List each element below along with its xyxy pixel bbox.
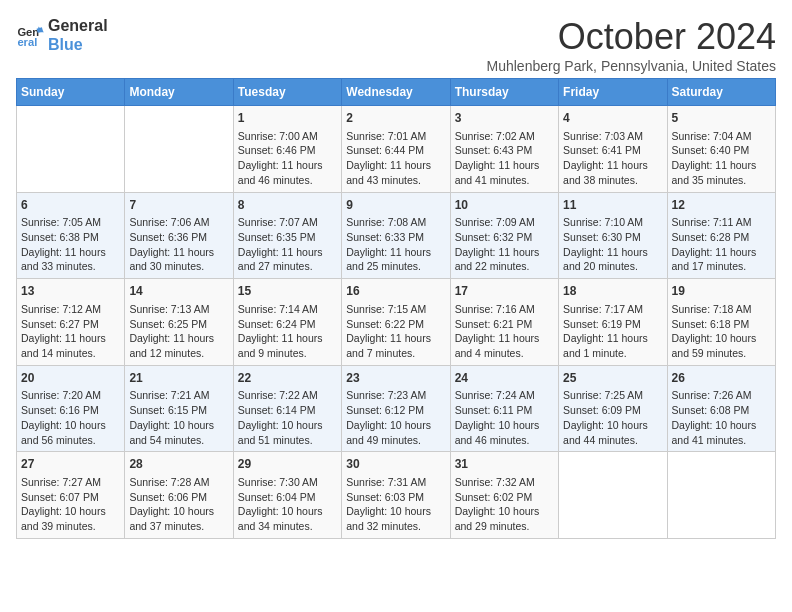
day-number: 9 <box>346 197 445 214</box>
day-number: 25 <box>563 370 662 387</box>
daylight-text: Daylight: 11 hours and 33 minutes. <box>21 245 120 274</box>
location-subtitle: Muhlenberg Park, Pennsylvania, United St… <box>487 58 777 74</box>
daylight-text: Daylight: 11 hours and 9 minutes. <box>238 331 337 360</box>
sunset-text: Sunset: 6:15 PM <box>129 403 228 418</box>
sunset-text: Sunset: 6:21 PM <box>455 317 554 332</box>
day-cell: 22Sunrise: 7:22 AMSunset: 6:14 PMDayligh… <box>233 365 341 452</box>
sunset-text: Sunset: 6:46 PM <box>238 143 337 158</box>
day-cell: 10Sunrise: 7:09 AMSunset: 6:32 PMDayligh… <box>450 192 558 279</box>
day-cell: 18Sunrise: 7:17 AMSunset: 6:19 PMDayligh… <box>559 279 667 366</box>
sunrise-text: Sunrise: 7:21 AM <box>129 388 228 403</box>
week-row-2: 6Sunrise: 7:05 AMSunset: 6:38 PMDaylight… <box>17 192 776 279</box>
sunset-text: Sunset: 6:24 PM <box>238 317 337 332</box>
sunset-text: Sunset: 6:02 PM <box>455 490 554 505</box>
sunset-text: Sunset: 6:04 PM <box>238 490 337 505</box>
daylight-text: Daylight: 11 hours and 22 minutes. <box>455 245 554 274</box>
sunrise-text: Sunrise: 7:31 AM <box>346 475 445 490</box>
sunset-text: Sunset: 6:08 PM <box>672 403 771 418</box>
sunrise-text: Sunrise: 7:03 AM <box>563 129 662 144</box>
sunrise-text: Sunrise: 7:11 AM <box>672 215 771 230</box>
col-header-thursday: Thursday <box>450 79 558 106</box>
daylight-text: Daylight: 10 hours and 29 minutes. <box>455 504 554 533</box>
day-number: 21 <box>129 370 228 387</box>
day-cell: 30Sunrise: 7:31 AMSunset: 6:03 PMDayligh… <box>342 452 450 539</box>
sunrise-text: Sunrise: 7:16 AM <box>455 302 554 317</box>
daylight-text: Daylight: 10 hours and 46 minutes. <box>455 418 554 447</box>
sunrise-text: Sunrise: 7:15 AM <box>346 302 445 317</box>
day-number: 31 <box>455 456 554 473</box>
sunrise-text: Sunrise: 7:23 AM <box>346 388 445 403</box>
sunset-text: Sunset: 6:07 PM <box>21 490 120 505</box>
day-cell: 28Sunrise: 7:28 AMSunset: 6:06 PMDayligh… <box>125 452 233 539</box>
sunrise-text: Sunrise: 7:06 AM <box>129 215 228 230</box>
sunrise-text: Sunrise: 7:01 AM <box>346 129 445 144</box>
daylight-text: Daylight: 11 hours and 7 minutes. <box>346 331 445 360</box>
day-cell: 19Sunrise: 7:18 AMSunset: 6:18 PMDayligh… <box>667 279 775 366</box>
sunset-text: Sunset: 6:06 PM <box>129 490 228 505</box>
day-cell: 8Sunrise: 7:07 AMSunset: 6:35 PMDaylight… <box>233 192 341 279</box>
sunrise-text: Sunrise: 7:32 AM <box>455 475 554 490</box>
sunset-text: Sunset: 6:44 PM <box>346 143 445 158</box>
day-cell: 2Sunrise: 7:01 AMSunset: 6:44 PMDaylight… <box>342 106 450 193</box>
svg-text:eral: eral <box>17 36 37 48</box>
day-cell: 11Sunrise: 7:10 AMSunset: 6:30 PMDayligh… <box>559 192 667 279</box>
daylight-text: Daylight: 11 hours and 30 minutes. <box>129 245 228 274</box>
daylight-text: Daylight: 10 hours and 49 minutes. <box>346 418 445 447</box>
page-header: Gen eral General Blue October 2024 Muhle… <box>16 16 776 74</box>
daylight-text: Daylight: 10 hours and 34 minutes. <box>238 504 337 533</box>
sunrise-text: Sunrise: 7:13 AM <box>129 302 228 317</box>
day-number: 10 <box>455 197 554 214</box>
day-number: 1 <box>238 110 337 127</box>
sunrise-text: Sunrise: 7:27 AM <box>21 475 120 490</box>
sunset-text: Sunset: 6:28 PM <box>672 230 771 245</box>
day-number: 19 <box>672 283 771 300</box>
day-cell: 27Sunrise: 7:27 AMSunset: 6:07 PMDayligh… <box>17 452 125 539</box>
sunrise-text: Sunrise: 7:04 AM <box>672 129 771 144</box>
sunset-text: Sunset: 6:22 PM <box>346 317 445 332</box>
sunset-text: Sunset: 6:30 PM <box>563 230 662 245</box>
col-header-monday: Monday <box>125 79 233 106</box>
day-number: 29 <box>238 456 337 473</box>
sunrise-text: Sunrise: 7:17 AM <box>563 302 662 317</box>
day-number: 14 <box>129 283 228 300</box>
sunrise-text: Sunrise: 7:02 AM <box>455 129 554 144</box>
daylight-text: Daylight: 11 hours and 38 minutes. <box>563 158 662 187</box>
daylight-text: Daylight: 10 hours and 37 minutes. <box>129 504 228 533</box>
daylight-text: Daylight: 11 hours and 46 minutes. <box>238 158 337 187</box>
sunset-text: Sunset: 6:27 PM <box>21 317 120 332</box>
day-number: 8 <box>238 197 337 214</box>
day-number: 23 <box>346 370 445 387</box>
sunset-text: Sunset: 6:19 PM <box>563 317 662 332</box>
sunset-text: Sunset: 6:25 PM <box>129 317 228 332</box>
sunset-text: Sunset: 6:41 PM <box>563 143 662 158</box>
col-header-wednesday: Wednesday <box>342 79 450 106</box>
day-number: 28 <box>129 456 228 473</box>
sunrise-text: Sunrise: 7:20 AM <box>21 388 120 403</box>
day-cell: 6Sunrise: 7:05 AMSunset: 6:38 PMDaylight… <box>17 192 125 279</box>
day-cell: 7Sunrise: 7:06 AMSunset: 6:36 PMDaylight… <box>125 192 233 279</box>
week-row-5: 27Sunrise: 7:27 AMSunset: 6:07 PMDayligh… <box>17 452 776 539</box>
day-cell <box>667 452 775 539</box>
sunrise-text: Sunrise: 7:26 AM <box>672 388 771 403</box>
day-cell: 20Sunrise: 7:20 AMSunset: 6:16 PMDayligh… <box>17 365 125 452</box>
daylight-text: Daylight: 10 hours and 56 minutes. <box>21 418 120 447</box>
col-header-friday: Friday <box>559 79 667 106</box>
sunrise-text: Sunrise: 7:22 AM <box>238 388 337 403</box>
week-row-1: 1Sunrise: 7:00 AMSunset: 6:46 PMDaylight… <box>17 106 776 193</box>
sunset-text: Sunset: 6:35 PM <box>238 230 337 245</box>
day-number: 15 <box>238 283 337 300</box>
week-row-3: 13Sunrise: 7:12 AMSunset: 6:27 PMDayligh… <box>17 279 776 366</box>
daylight-text: Daylight: 11 hours and 17 minutes. <box>672 245 771 274</box>
sunset-text: Sunset: 6:18 PM <box>672 317 771 332</box>
daylight-text: Daylight: 10 hours and 41 minutes. <box>672 418 771 447</box>
day-cell: 16Sunrise: 7:15 AMSunset: 6:22 PMDayligh… <box>342 279 450 366</box>
day-number: 22 <box>238 370 337 387</box>
sunrise-text: Sunrise: 7:07 AM <box>238 215 337 230</box>
sunrise-text: Sunrise: 7:28 AM <box>129 475 228 490</box>
daylight-text: Daylight: 11 hours and 12 minutes. <box>129 331 228 360</box>
day-cell: 17Sunrise: 7:16 AMSunset: 6:21 PMDayligh… <box>450 279 558 366</box>
daylight-text: Daylight: 11 hours and 4 minutes. <box>455 331 554 360</box>
day-number: 7 <box>129 197 228 214</box>
day-cell: 3Sunrise: 7:02 AMSunset: 6:43 PMDaylight… <box>450 106 558 193</box>
daylight-text: Daylight: 10 hours and 51 minutes. <box>238 418 337 447</box>
